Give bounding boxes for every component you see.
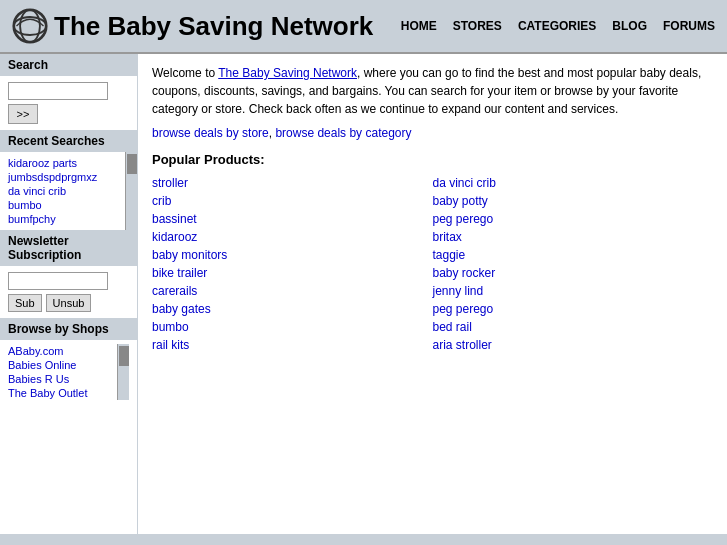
product-link[interactable]: baby monitors — [152, 247, 433, 263]
newsletter-input[interactable] — [8, 272, 108, 290]
header: The Baby Saving Network HOME STORES CATE… — [0, 0, 727, 53]
shop-item[interactable]: ABaby.com — [8, 344, 117, 358]
product-link[interactable]: britax — [433, 229, 714, 245]
product-link[interactable]: bike trailer — [152, 265, 433, 281]
product-link[interactable]: jenny lind — [433, 283, 714, 299]
recent-search-item[interactable]: jumbsdspdprgmxz — [8, 170, 117, 184]
sidebar: Search >> Recent Searches kidarooz parts… — [0, 54, 138, 534]
recent-searches-wrapper: kidarooz parts jumbsdspdprgmxz da vinci … — [0, 152, 137, 230]
product-link[interactable]: baby potty — [433, 193, 714, 209]
recent-search-item[interactable]: kidarooz parts — [8, 156, 117, 170]
product-link[interactable]: bassinet — [152, 211, 433, 227]
shop-item[interactable]: Babies R Us — [8, 372, 117, 386]
product-link[interactable]: peg perego — [433, 301, 714, 317]
search-section-content: >> — [0, 76, 137, 130]
intro-before: Welcome to — [152, 66, 218, 80]
shop-item[interactable]: The Baby Outlet — [8, 386, 117, 400]
products-grid: stroller crib bassinet kidarooz baby mon… — [152, 175, 713, 353]
product-link[interactable]: baby rocker — [433, 265, 714, 281]
products-col2: da vinci crib baby potty peg perego brit… — [433, 175, 714, 353]
product-link[interactable]: baby gates — [152, 301, 433, 317]
recent-searches-list: kidarooz parts jumbsdspdprgmxz da vinci … — [0, 152, 125, 230]
shop-item[interactable]: Babies Online — [8, 358, 117, 372]
product-link[interactable]: bumbo — [152, 319, 433, 335]
nav-stores[interactable]: STORES — [453, 19, 502, 33]
browse-shops-title: Browse by Shops — [0, 318, 137, 340]
browse-by-category-link[interactable]: browse deals by category — [275, 126, 411, 140]
intro-link[interactable]: The Baby Saving Network — [218, 66, 357, 80]
popular-products-title: Popular Products: — [152, 152, 713, 167]
nav-blog[interactable]: BLOG — [612, 19, 647, 33]
logo-icon — [12, 8, 48, 44]
newsletter-section-content: Sub Unsub — [0, 266, 137, 318]
intro-text: Welcome to The Baby Saving Network, wher… — [152, 64, 713, 118]
product-link[interactable]: bed rail — [433, 319, 714, 335]
recent-searches-scrollbar[interactable] — [125, 152, 137, 230]
product-link[interactable]: carerails — [152, 283, 433, 299]
newsletter-buttons: Sub Unsub — [8, 294, 129, 312]
browse-by-store-link[interactable]: browse deals by store — [152, 126, 269, 140]
nav-forums[interactable]: FORUMS — [663, 19, 715, 33]
recent-search-item[interactable]: da vinci crib — [8, 184, 117, 198]
main-content: Welcome to The Baby Saving Network, wher… — [138, 54, 727, 534]
product-link[interactable]: aria stroller — [433, 337, 714, 353]
recent-searches-title: Recent Searches — [0, 130, 137, 152]
search-button[interactable]: >> — [8, 104, 38, 124]
nav-categories[interactable]: CATEGORIES — [518, 19, 596, 33]
nav-home[interactable]: HOME — [401, 19, 437, 33]
shops-scrollbar[interactable] — [117, 344, 129, 400]
products-col1: stroller crib bassinet kidarooz baby mon… — [152, 175, 433, 353]
body-layout: Search >> Recent Searches kidarooz parts… — [0, 54, 727, 534]
product-link[interactable]: da vinci crib — [433, 175, 714, 191]
browse-links: browse deals by store, browse deals by c… — [152, 126, 713, 140]
svg-point-1 — [20, 10, 40, 42]
product-link[interactable]: peg perego — [433, 211, 714, 227]
shops-scroll-thumb — [119, 346, 129, 366]
recent-search-item[interactable]: bumbo — [8, 198, 117, 212]
recent-searches-scroll-thumb — [127, 154, 137, 174]
recent-search-item[interactable]: bumfpchy — [8, 212, 117, 226]
newsletter-section-title: Newsletter Subscription — [0, 230, 137, 266]
shops-list: ABaby.com Babies Online Babies R Us The … — [0, 340, 137, 404]
product-link[interactable]: kidarooz — [152, 229, 433, 245]
site-title: The Baby Saving Network — [54, 11, 373, 42]
logo-area: The Baby Saving Network — [12, 8, 373, 44]
product-link[interactable]: stroller — [152, 175, 433, 191]
svg-point-0 — [14, 10, 46, 42]
nav: HOME STORES CATEGORIES BLOG FORUMS — [401, 19, 715, 33]
search-input[interactable] — [8, 82, 108, 100]
sub-button[interactable]: Sub — [8, 294, 42, 312]
unsub-button[interactable]: Unsub — [46, 294, 92, 312]
shops-links: ABaby.com Babies Online Babies R Us The … — [8, 344, 117, 400]
search-section-title: Search — [0, 54, 137, 76]
product-link[interactable]: taggie — [433, 247, 714, 263]
product-link[interactable]: crib — [152, 193, 433, 209]
product-link[interactable]: rail kits — [152, 337, 433, 353]
